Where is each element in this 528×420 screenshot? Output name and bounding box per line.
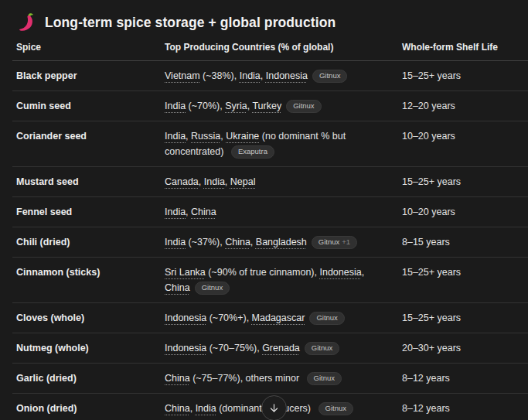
- country-link[interactable]: China: [225, 237, 250, 248]
- spice-name: Coriander seed: [12, 128, 165, 159]
- country-link[interactable]: Turkey: [252, 101, 281, 111]
- column-header-spice: Spice: [12, 42, 165, 53]
- table-row: Cinnamon (sticks)Sri Lanka (~90% of true…: [12, 258, 528, 303]
- scroll-to-bottom-button[interactable]: [261, 395, 287, 420]
- table-row: Garlic (dried)China (~75–77%), others mi…: [12, 364, 528, 394]
- country-link[interactable]: Indonesia: [319, 267, 361, 278]
- source-badge-count: +1: [342, 237, 350, 246]
- column-header-shelf-life: Whole-form Shelf Life: [402, 42, 528, 53]
- countries-text: ,: [362, 267, 364, 278]
- country-link[interactable]: India: [204, 176, 225, 187]
- country-link[interactable]: Grenada: [262, 343, 300, 353]
- shelf-life-value: 8–15 years: [402, 234, 528, 250]
- countries-text: ,: [190, 403, 196, 414]
- countries-cell: Canada, India, Nepal: [165, 174, 402, 190]
- source-badge[interactable]: Gitnux: [286, 100, 321, 113]
- source-badge[interactable]: Gitnux: [195, 282, 230, 295]
- source-badge[interactable]: Gitnux+1: [312, 236, 357, 249]
- country-link[interactable]: India: [240, 70, 261, 81]
- spice-table-body: Black pepperVietnam (~38%), India, Indon…: [0, 61, 528, 420]
- countries-cell: Indonesia (~70–75%), GrenadaGitnux: [165, 340, 402, 356]
- countries-text: (~38%),: [200, 70, 240, 81]
- table-row: Chili (dried)India (~37%), China, Bangla…: [12, 227, 528, 258]
- countries-cell: Sri Lanka (~90% of true cinnamon), Indon…: [165, 265, 402, 295]
- spice-name: Fennel seed: [12, 204, 165, 220]
- country-link[interactable]: India: [165, 131, 186, 142]
- countries-text: ,: [199, 176, 204, 187]
- source-badge-label: Gitnux: [314, 374, 335, 382]
- countries-text: (~90% of true cinnamon),: [206, 267, 320, 278]
- countries-cell: China (~75–77%), others minor Gitnux: [165, 370, 402, 386]
- country-link[interactable]: Indonesia: [165, 343, 206, 353]
- shelf-life-value: 15–25+ years: [402, 68, 528, 84]
- country-link[interactable]: Indonesia: [165, 312, 206, 323]
- arrow-down-icon: [268, 402, 280, 414]
- source-badge[interactable]: Gitnux: [305, 342, 339, 355]
- table-row: Fennel seedIndia, China10–20 years: [12, 197, 528, 227]
- countries-text: ,: [250, 237, 256, 248]
- source-badge-label: Gitnux: [312, 343, 332, 352]
- country-link[interactable]: Russia: [191, 131, 220, 142]
- spice-name: Cinnamon (sticks): [12, 265, 165, 295]
- spice-name: Cumin seed: [12, 98, 165, 114]
- page-title: Long-term spice storage + global product…: [45, 15, 336, 31]
- source-badge-label: Gitnux: [293, 101, 314, 110]
- countries-text: (~70%),: [186, 101, 225, 111]
- source-badge-label: Gitnux: [202, 283, 223, 292]
- source-badge[interactable]: Gitnux: [309, 312, 344, 325]
- country-link[interactable]: Indonesia: [266, 70, 308, 81]
- table-row: Cumin seedIndia (~70%), Syria, TurkeyGit…: [12, 91, 528, 121]
- spice-name: Chili (dried): [12, 234, 165, 250]
- country-link[interactable]: Sri Lanka: [165, 267, 206, 278]
- country-link[interactable]: Nepal: [230, 176, 256, 187]
- source-badge[interactable]: Exaputra: [231, 145, 274, 159]
- country-link[interactable]: Vietnam: [165, 70, 200, 81]
- country-link[interactable]: Madagascar: [252, 312, 305, 323]
- source-badge-label: Gitnux: [316, 313, 337, 322]
- country-link[interactable]: Bangladesh: [256, 237, 307, 248]
- table-header-row: Spice Top Producing Countries (% of glob…: [12, 33, 528, 61]
- spice-name: Garlic (dried): [12, 370, 165, 386]
- source-badge[interactable]: Gitnux: [312, 70, 347, 83]
- source-badge-label: Gitnux: [325, 404, 346, 412]
- spice-name: Mustard seed: [12, 174, 165, 190]
- table-row: Coriander seedIndia, Russia, Ukraine (no…: [12, 121, 528, 167]
- table-row: Mustard seedCanada, India, Nepal15–25+ y…: [12, 167, 528, 197]
- countries-text: (~37%),: [186, 237, 225, 248]
- shelf-life-value: 8–12 years: [402, 401, 528, 416]
- spice-name: Nutmeg (whole): [12, 340, 165, 356]
- source-badge[interactable]: Gitnux: [319, 402, 353, 415]
- country-link[interactable]: Syria: [225, 101, 247, 111]
- country-link[interactable]: China: [165, 282, 190, 293]
- countries-text: concentrated): [165, 146, 227, 157]
- countries-text: (~70–75%),: [206, 343, 262, 353]
- country-link[interactable]: China: [165, 373, 190, 384]
- country-link[interactable]: India: [196, 403, 216, 414]
- countries-cell: India (~70%), Syria, TurkeyGitnux: [165, 98, 402, 114]
- country-link[interactable]: India: [165, 101, 186, 111]
- countries-cell: Vietnam (~38%), India, IndonesiaGitnux: [165, 68, 402, 84]
- shelf-life-value: 15–25+ years: [402, 265, 528, 295]
- table-row: Black pepperVietnam (~38%), India, Indon…: [12, 61, 528, 91]
- shelf-life-value: 8–12 years: [402, 370, 528, 386]
- source-badge-label: Exaputra: [238, 147, 267, 155]
- table-row: Nutmeg (whole)Indonesia (~70–75%), Grena…: [12, 333, 528, 364]
- country-link[interactable]: China: [165, 403, 190, 414]
- shelf-life-value: 15–25+ years: [402, 174, 528, 190]
- country-link[interactable]: Ukraine: [226, 131, 259, 142]
- countries-cell: India, Russia, Ukraine (no dominant % bu…: [165, 128, 402, 159]
- page-header: Long-term spice storage + global product…: [0, 0, 528, 33]
- country-link[interactable]: India: [165, 237, 186, 248]
- countries-text: (no dominant % but: [259, 131, 346, 142]
- country-link[interactable]: India: [165, 207, 186, 217]
- spice-name: Black pepper: [12, 68, 165, 84]
- countries-cell: India, China: [165, 204, 402, 220]
- source-badge[interactable]: Gitnux: [307, 372, 342, 385]
- countries-text: (~75–77%), others minor: [190, 373, 302, 384]
- spice-name: Cloves (whole): [12, 310, 165, 326]
- shelf-life-value: 15–25+ years: [402, 310, 528, 326]
- country-link[interactable]: Canada: [165, 176, 199, 187]
- shelf-life-value: 12–20 years: [402, 98, 528, 114]
- country-link[interactable]: China: [191, 207, 216, 217]
- countries-text: (~70%+),: [206, 312, 251, 323]
